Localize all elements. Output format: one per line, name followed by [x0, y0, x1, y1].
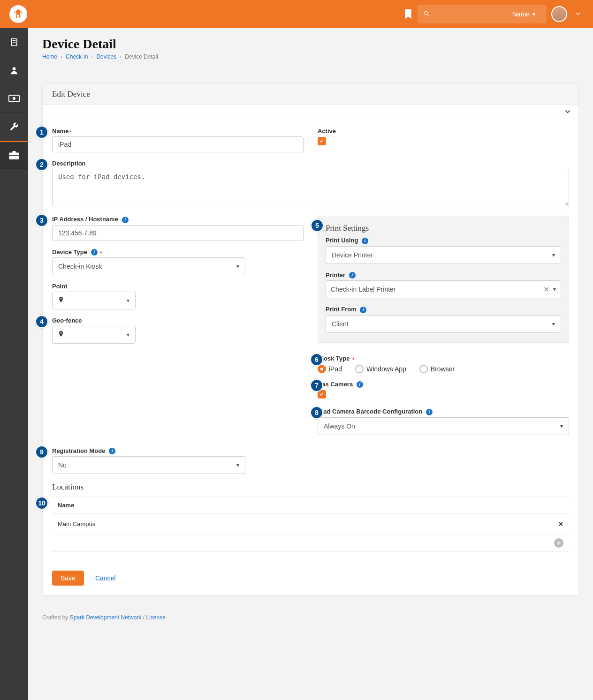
page-title: Device Detail [42, 37, 579, 52]
label-description: Description [52, 160, 569, 167]
barcode-select[interactable]: Always On ▾ [318, 417, 569, 435]
description-textarea[interactable]: Used for iPad devices. [52, 169, 569, 206]
caret-down-icon: ▾ [127, 331, 129, 338]
pin-icon [58, 297, 64, 305]
svg-point-5 [13, 67, 16, 70]
chevron-down-icon: ▾ [552, 252, 555, 258]
edit-device-panel: Edit Device 1 Name• [42, 83, 579, 595]
label-point: Point [52, 283, 304, 290]
breadcrumb: Home › Check-in › Devices › Device Detai… [42, 53, 579, 60]
remove-row-icon[interactable]: ✕ [558, 520, 563, 527]
svg-point-0 [424, 11, 427, 15]
required-icon: • [100, 249, 102, 256]
locations-title: Locations [52, 482, 569, 492]
caret-down-icon: ▼ [532, 12, 536, 17]
required-icon: • [352, 355, 354, 362]
chevron-down-icon: ▾ [236, 462, 239, 468]
point-select[interactable]: ▾ [52, 292, 136, 309]
label-geofence: Geo-fence [52, 317, 304, 324]
spark-link[interactable]: Spark Development Network [70, 614, 142, 621]
radio-selected-icon [318, 365, 326, 373]
info-icon[interactable]: i [357, 381, 363, 388]
info-icon[interactable]: i [349, 272, 356, 278]
col-name[interactable]: Name [52, 497, 548, 514]
chevron-down-icon: ▾ [236, 263, 239, 270]
radio-windows[interactable]: Windows App [355, 365, 406, 373]
label-kiosk-type: Kiosk Type • [318, 355, 569, 362]
active-checkbox[interactable]: ✓ [318, 137, 326, 145]
callout-1: 1 [35, 126, 48, 139]
license-link[interactable]: License [146, 614, 165, 621]
printer-select[interactable]: Check-in Label Printer ✕ ▾ [326, 280, 561, 298]
device-type-select[interactable]: Check-in Kiosk ▾ [52, 257, 245, 275]
callout-9: 9 [35, 445, 48, 459]
geofence-select[interactable]: ▾ [52, 326, 136, 344]
label-device-type: Device Type i • [52, 248, 304, 256]
svg-point-7 [13, 97, 15, 100]
location-name: Main Campus [52, 514, 548, 534]
info-icon[interactable]: i [362, 238, 368, 244]
save-button[interactable]: Save [52, 571, 84, 586]
caret-down-icon: ▾ [127, 297, 129, 304]
crumb-checkin[interactable]: Check-in [66, 53, 88, 60]
info-icon[interactable]: i [360, 307, 366, 313]
table-row: Main Campus ✕ [52, 514, 569, 534]
crumb-current: Device Detail [125, 53, 158, 60]
callout-7: 7 [310, 379, 323, 392]
crumb-devices[interactable]: Devices [96, 53, 116, 60]
callout-10: 10 [35, 497, 48, 510]
callout-2: 2 [35, 158, 48, 171]
add-row-icon[interactable]: + [554, 538, 563, 548]
info-icon[interactable]: i [91, 249, 98, 256]
label-print-from: Print From i [326, 306, 561, 313]
label-active: Active [318, 128, 569, 135]
info-icon[interactable]: i [122, 217, 129, 223]
search-name-dropdown[interactable]: Name ▼ [512, 10, 541, 18]
reg-mode-select[interactable]: No ▾ [52, 456, 245, 474]
name-input[interactable] [52, 136, 304, 152]
avatar [551, 6, 567, 22]
sidebar-person-icon[interactable] [0, 56, 28, 84]
ip-input[interactable] [52, 225, 304, 241]
label-has-camera: Has Camera i [318, 381, 569, 388]
user-menu[interactable] [551, 6, 586, 22]
search-icon [423, 10, 430, 18]
label-printer: Printer i [326, 271, 561, 279]
chevron-down-icon [564, 108, 571, 115]
sidebar-page-icon[interactable] [0, 28, 28, 56]
topbar: Name ▼ [0, 0, 593, 28]
search-input-wrap[interactable]: Name ▼ [418, 5, 547, 23]
radio-empty-icon [419, 365, 428, 373]
radio-empty-icon [355, 365, 364, 373]
required-icon: • [69, 128, 71, 135]
sidebar-money-icon[interactable] [0, 84, 28, 113]
panel-header: Edit Device [43, 84, 578, 105]
print-using-select[interactable]: Device Printer ▾ [326, 246, 561, 264]
cancel-link[interactable]: Cancel [95, 574, 116, 582]
sidebar-wrench-icon[interactable] [0, 113, 28, 141]
radio-browser[interactable]: Browser [419, 365, 455, 373]
label-barcode: iPad Camera Barcode Configuration i [318, 408, 569, 415]
callout-4: 4 [35, 315, 48, 328]
clear-icon[interactable]: ✕ [540, 285, 553, 294]
chevron-down-icon: ▾ [560, 423, 563, 429]
print-from-select[interactable]: Client ▾ [326, 315, 561, 333]
logo[interactable] [9, 5, 27, 23]
sidebar-toolbox-icon[interactable] [0, 141, 28, 169]
info-icon[interactable]: i [426, 409, 433, 415]
panel-collapse-bar[interactable] [43, 105, 578, 118]
crumb-home[interactable]: Home [42, 53, 57, 60]
bookmark-icon[interactable] [399, 9, 418, 19]
locations-table: Name Main Campus ✕ + [52, 497, 569, 552]
label-reg-mode: Registration Mode i [52, 447, 569, 455]
callout-5: 5 [311, 219, 324, 232]
label-ip: IP Address / Hostname i [52, 216, 304, 223]
callout-3: 3 [35, 214, 48, 227]
footer: Crafted by Spark Development Network / L… [42, 614, 579, 621]
logo-icon [12, 8, 24, 20]
info-icon[interactable]: i [109, 448, 115, 454]
radio-ipad[interactable]: iPad [318, 365, 342, 373]
label-print-using: Print Using i [326, 237, 561, 244]
callout-6: 6 [310, 353, 323, 366]
svg-line-1 [427, 14, 429, 16]
